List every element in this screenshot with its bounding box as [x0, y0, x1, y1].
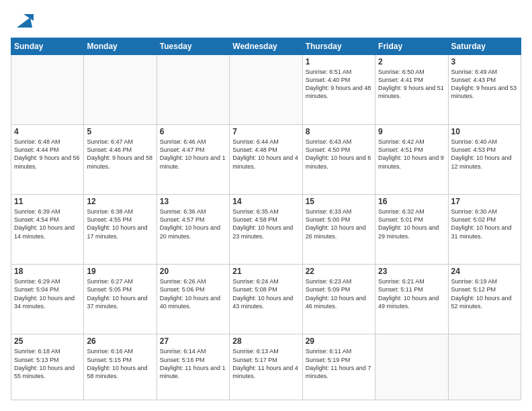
day-info: Sunrise: 6:47 AM Sunset: 4:46 PM Dayligh… — [87, 138, 153, 171]
calendar-cell: 16Sunrise: 6:32 AM Sunset: 5:01 PM Dayli… — [375, 195, 448, 265]
day-number: 7 — [232, 127, 299, 136]
calendar-cell: 7Sunrise: 6:44 AM Sunset: 4:48 PM Daylig… — [230, 125, 302, 195]
day-number: 18 — [14, 267, 81, 276]
day-info: Sunrise: 6:36 AM Sunset: 4:57 PM Dayligh… — [160, 208, 226, 240]
calendar-header-thursday: Thursday — [302, 38, 375, 55]
day-number: 12 — [87, 197, 153, 206]
calendar-header-sunday: Sunday — [11, 38, 84, 55]
day-number: 8 — [306, 127, 372, 136]
logo-icon — [13, 11, 34, 31]
day-number: 19 — [87, 267, 153, 276]
day-number: 22 — [306, 267, 372, 276]
day-info: Sunrise: 6:44 AM Sunset: 4:48 PM Dayligh… — [232, 138, 299, 171]
day-number: 26 — [87, 336, 153, 346]
day-number: 21 — [232, 267, 299, 276]
day-info: Sunrise: 6:43 AM Sunset: 4:50 PM Dayligh… — [306, 138, 372, 171]
day-info: Sunrise: 6:30 AM Sunset: 5:02 PM Dayligh… — [451, 208, 518, 240]
calendar-table: SundayMondayTuesdayWednesdayThursdayFrid… — [11, 38, 521, 400]
calendar-cell: 29Sunrise: 6:11 AM Sunset: 5:19 PM Dayli… — [302, 334, 375, 400]
calendar-cell: 24Sunrise: 6:19 AM Sunset: 5:12 PM Dayli… — [448, 265, 521, 334]
calendar-cell: 26Sunrise: 6:16 AM Sunset: 5:15 PM Dayli… — [84, 334, 157, 400]
day-info: Sunrise: 6:23 AM Sunset: 5:09 PM Dayligh… — [306, 277, 372, 310]
day-number: 11 — [14, 197, 81, 206]
day-info: Sunrise: 6:16 AM Sunset: 5:15 PM Dayligh… — [87, 347, 153, 380]
calendar-header-tuesday: Tuesday — [157, 38, 229, 55]
day-info: Sunrise: 6:46 AM Sunset: 4:47 PM Dayligh… — [160, 138, 226, 171]
calendar-week-1: 1Sunrise: 6:51 AM Sunset: 4:40 PM Daylig… — [11, 55, 521, 125]
day-info: Sunrise: 6:11 AM Sunset: 5:19 PM Dayligh… — [306, 347, 372, 380]
calendar-cell: 10Sunrise: 6:40 AM Sunset: 4:53 PM Dayli… — [448, 125, 521, 195]
day-number: 27 — [160, 336, 226, 346]
day-number: 25 — [14, 336, 81, 346]
page: SundayMondayTuesdayWednesdayThursdayFrid… — [0, 0, 532, 411]
day-number: 4 — [14, 127, 81, 136]
day-info: Sunrise: 6:13 AM Sunset: 5:17 PM Dayligh… — [232, 347, 299, 380]
day-info: Sunrise: 6:48 AM Sunset: 4:44 PM Dayligh… — [14, 138, 81, 171]
day-number: 24 — [451, 267, 518, 276]
calendar-week-5: 25Sunrise: 6:18 AM Sunset: 5:13 PM Dayli… — [11, 334, 521, 400]
calendar-header-wednesday: Wednesday — [230, 38, 302, 55]
day-number: 14 — [232, 197, 299, 206]
day-number: 9 — [378, 127, 445, 136]
day-number: 2 — [378, 57, 445, 66]
day-number: 15 — [306, 197, 372, 206]
calendar-cell: 20Sunrise: 6:26 AM Sunset: 5:06 PM Dayli… — [157, 265, 229, 334]
day-number: 3 — [451, 57, 518, 66]
day-info: Sunrise: 6:26 AM Sunset: 5:06 PM Dayligh… — [160, 277, 226, 310]
calendar-cell: 11Sunrise: 6:39 AM Sunset: 4:54 PM Dayli… — [11, 195, 84, 265]
day-number: 16 — [378, 197, 445, 206]
calendar-week-3: 11Sunrise: 6:39 AM Sunset: 4:54 PM Dayli… — [11, 195, 521, 265]
calendar-cell — [84, 55, 157, 125]
calendar-cell: 21Sunrise: 6:24 AM Sunset: 5:08 PM Dayli… — [230, 265, 302, 334]
calendar-cell: 9Sunrise: 6:42 AM Sunset: 4:51 PM Daylig… — [375, 125, 448, 195]
calendar-cell: 1Sunrise: 6:51 AM Sunset: 4:40 PM Daylig… — [302, 55, 375, 125]
day-info: Sunrise: 6:35 AM Sunset: 4:58 PM Dayligh… — [232, 208, 299, 240]
day-info: Sunrise: 6:29 AM Sunset: 5:04 PM Dayligh… — [14, 277, 81, 310]
day-info: Sunrise: 6:39 AM Sunset: 4:54 PM Dayligh… — [14, 208, 81, 240]
day-info: Sunrise: 6:40 AM Sunset: 4:53 PM Dayligh… — [451, 138, 518, 171]
day-number: 20 — [160, 267, 226, 276]
day-number: 23 — [378, 267, 445, 276]
calendar-cell: 13Sunrise: 6:36 AM Sunset: 4:57 PM Dayli… — [157, 195, 229, 265]
calendar-cell: 4Sunrise: 6:48 AM Sunset: 4:44 PM Daylig… — [11, 125, 84, 195]
day-number: 13 — [160, 197, 226, 206]
calendar-cell — [230, 55, 302, 125]
day-number: 5 — [87, 127, 153, 136]
calendar-cell — [157, 55, 229, 125]
calendar-cell: 15Sunrise: 6:33 AM Sunset: 5:00 PM Dayli… — [302, 195, 375, 265]
calendar-header-row: SundayMondayTuesdayWednesdayThursdayFrid… — [11, 38, 521, 55]
calendar-cell: 5Sunrise: 6:47 AM Sunset: 4:46 PM Daylig… — [84, 125, 157, 195]
day-info: Sunrise: 6:32 AM Sunset: 5:01 PM Dayligh… — [378, 208, 445, 240]
day-number: 6 — [160, 127, 226, 136]
day-info: Sunrise: 6:33 AM Sunset: 5:00 PM Dayligh… — [306, 208, 372, 240]
day-info: Sunrise: 6:38 AM Sunset: 4:55 PM Dayligh… — [87, 208, 153, 240]
calendar-cell: 17Sunrise: 6:30 AM Sunset: 5:02 PM Dayli… — [448, 195, 521, 265]
calendar-header-friday: Friday — [375, 38, 448, 55]
day-info: Sunrise: 6:42 AM Sunset: 4:51 PM Dayligh… — [378, 138, 445, 171]
calendar-cell: 28Sunrise: 6:13 AM Sunset: 5:17 PM Dayli… — [230, 334, 302, 400]
calendar-cell — [448, 334, 521, 400]
calendar-cell: 18Sunrise: 6:29 AM Sunset: 5:04 PM Dayli… — [11, 265, 84, 334]
calendar-cell: 23Sunrise: 6:21 AM Sunset: 5:11 PM Dayli… — [375, 265, 448, 334]
day-info: Sunrise: 6:27 AM Sunset: 5:05 PM Dayligh… — [87, 277, 153, 310]
day-info: Sunrise: 6:51 AM Sunset: 4:40 PM Dayligh… — [306, 68, 372, 101]
calendar-header-saturday: Saturday — [448, 38, 521, 55]
day-info: Sunrise: 6:49 AM Sunset: 4:43 PM Dayligh… — [451, 68, 518, 101]
calendar-cell: 3Sunrise: 6:49 AM Sunset: 4:43 PM Daylig… — [448, 55, 521, 125]
calendar-cell — [375, 334, 448, 400]
calendar-cell: 22Sunrise: 6:23 AM Sunset: 5:09 PM Dayli… — [302, 265, 375, 334]
day-info: Sunrise: 6:21 AM Sunset: 5:11 PM Dayligh… — [378, 277, 445, 310]
day-number: 10 — [451, 127, 518, 136]
day-info: Sunrise: 6:19 AM Sunset: 5:12 PM Dayligh… — [451, 277, 518, 310]
calendar-cell: 12Sunrise: 6:38 AM Sunset: 4:55 PM Dayli… — [84, 195, 157, 265]
calendar-week-2: 4Sunrise: 6:48 AM Sunset: 4:44 PM Daylig… — [11, 125, 521, 195]
day-info: Sunrise: 6:18 AM Sunset: 5:13 PM Dayligh… — [14, 347, 81, 380]
day-info: Sunrise: 6:14 AM Sunset: 5:16 PM Dayligh… — [160, 347, 226, 380]
day-info: Sunrise: 6:24 AM Sunset: 5:08 PM Dayligh… — [232, 277, 299, 310]
calendar-cell: 27Sunrise: 6:14 AM Sunset: 5:16 PM Dayli… — [157, 334, 229, 400]
calendar-cell — [11, 55, 84, 125]
day-info: Sunrise: 6:50 AM Sunset: 4:41 PM Dayligh… — [378, 68, 445, 101]
calendar-cell: 25Sunrise: 6:18 AM Sunset: 5:13 PM Dayli… — [11, 334, 84, 400]
calendar-cell: 19Sunrise: 6:27 AM Sunset: 5:05 PM Dayli… — [84, 265, 157, 334]
day-number: 17 — [451, 197, 518, 206]
